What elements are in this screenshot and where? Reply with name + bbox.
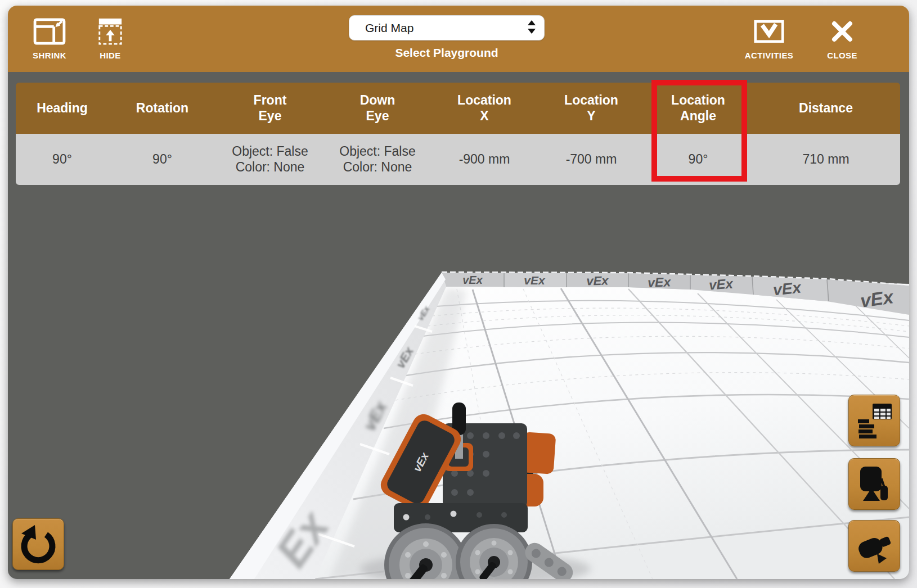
playground-3d-view[interactable]: vEx vEx vEx vEx vEx vEx vEx [8, 72, 909, 579]
sensor-dashboard: Heading Rotation Front Eye Down Eye Loca… [16, 83, 900, 185]
col-header-heading: Heading [16, 83, 109, 134]
reset-playground-button[interactable] [12, 518, 64, 570]
dashboard-header-row: Heading Rotation Front Eye Down Eye Loca… [16, 83, 900, 134]
vex-wall-logo: vEx [586, 274, 609, 288]
col-header-location-y: Location Y [538, 83, 645, 134]
col-header-front-eye: Front Eye [216, 83, 324, 134]
select-spinner-icon [527, 19, 536, 37]
playground-select-value: Grid Map [365, 21, 527, 35]
robot-view-button[interactable] [848, 458, 900, 510]
value-location-angle: 90° [645, 134, 752, 185]
value-location-y: -700 mm [538, 134, 645, 185]
dashboard-value-row: 90° 90° Object: False Color: None Object… [16, 134, 900, 185]
activities-icon [753, 18, 785, 47]
col-header-distance: Distance [752, 83, 900, 134]
playground-select[interactable]: Grid Map [349, 15, 545, 40]
playground-select-caption: Select Playground [349, 46, 545, 60]
value-down-eye: Object: False Color: None [324, 134, 431, 185]
shrink-button[interactable]: SHRINK [27, 18, 72, 60]
value-location-x: -900 mm [431, 134, 538, 185]
value-front-eye: Object: False Color: None [216, 134, 324, 185]
value-heading: 90° [16, 134, 109, 185]
reset-icon [18, 523, 59, 566]
close-icon [830, 18, 855, 47]
dashboard-toggle-button[interactable] [848, 395, 900, 446]
vex-wall-logo: vEx [708, 275, 734, 292]
col-header-down-eye: Down Eye [324, 83, 431, 134]
col-header-location-x: Location X [431, 83, 538, 134]
playground-window: SHRINK HIDE Grid Map [8, 6, 909, 579]
vex-wall-logo: vEx [462, 274, 483, 286]
shrink-label: SHRINK [33, 51, 66, 60]
col-header-location-angle: Location Angle [645, 83, 752, 134]
dashboard-icon [856, 401, 893, 440]
value-distance: 710 mm [752, 134, 900, 185]
activities-label: ACTIVITIES [745, 51, 794, 60]
robot-icon [856, 465, 893, 504]
vex-wall-logo: vEx [772, 278, 803, 298]
vex-wall-logo: vEx [524, 274, 546, 287]
playground-selector: Grid Map Select Playground [349, 15, 545, 60]
close-button[interactable]: CLOSE [817, 18, 867, 60]
value-rotation: 90° [109, 134, 216, 185]
shrink-icon [33, 18, 66, 47]
activities-button[interactable]: ACTIVITIES [738, 18, 800, 60]
vex-wall-logo: vEx [648, 274, 672, 290]
hide-label: HIDE [100, 51, 120, 60]
camera-icon [856, 527, 893, 566]
col-header-rotation: Rotation [109, 83, 216, 134]
topbar: SHRINK HIDE Grid Map [8, 6, 909, 72]
close-label: CLOSE [827, 51, 857, 60]
camera-view-button[interactable] [848, 520, 900, 572]
hide-icon [97, 18, 123, 47]
hide-button[interactable]: HIDE [88, 18, 133, 60]
